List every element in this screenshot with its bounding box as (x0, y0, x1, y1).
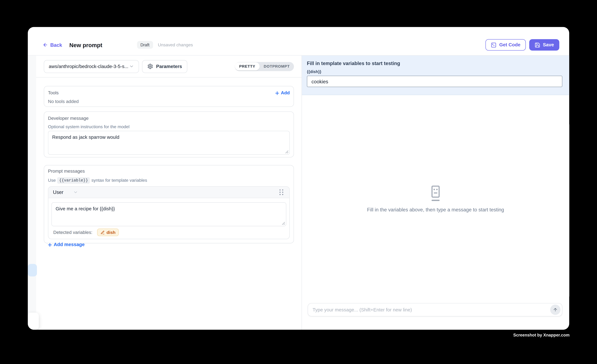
prompt-messages-title: Prompt messages (48, 169, 290, 174)
editor-toolbar: aws/anthropic/bedrock-claude-3-5-s... Pa… (36, 56, 302, 78)
variable-value-input[interactable] (307, 76, 562, 87)
chat-message-input[interactable] (313, 307, 550, 312)
developer-message-title: Developer message (48, 116, 290, 121)
message-block: User Give me a recipe for {{dish}} (48, 186, 290, 239)
toggle-option-dotprompt[interactable]: DOTPROMPT (259, 62, 294, 70)
back-label: Back (50, 42, 62, 48)
message-header: User (48, 187, 289, 198)
add-tool-label: Add (281, 91, 290, 95)
chevron-down-icon (129, 64, 134, 69)
developer-message-textarea[interactable]: Respond as jack sparrow would (48, 131, 290, 155)
send-button[interactable] (550, 305, 560, 315)
terminal-icon (491, 42, 497, 48)
save-icon (534, 42, 540, 48)
empty-state-text: Fill in the variables above, then type a… (367, 207, 504, 213)
role-select[interactable]: User (53, 189, 78, 195)
tools-title: Tools (48, 91, 59, 95)
prompt-messages-card: Prompt messages Use {{variable}} syntax … (44, 165, 294, 243)
model-select[interactable]: aws/anthropic/bedrock-claude-3-5-s... (44, 60, 139, 73)
variables-section-title: Fill in template variables to start test… (307, 61, 562, 66)
collapsed-sidebar (28, 56, 36, 330)
role-select-value: User (53, 189, 63, 195)
back-button[interactable]: Back (43, 42, 62, 48)
body: aws/anthropic/bedrock-claude-3-5-s... Pa… (28, 55, 569, 330)
add-message-button[interactable]: Add message (48, 242, 85, 247)
toggle-option-pretty[interactable]: PRETTY (235, 62, 259, 70)
save-label: Save (543, 42, 554, 47)
get-code-button[interactable]: Get Code (486, 39, 526, 51)
variables-section: Fill in template variables to start test… (302, 56, 569, 95)
subtitle-prefix: Use (48, 178, 56, 183)
message-textarea[interactable]: Give me a recipe for {{dish}} (51, 202, 286, 226)
variable-name-label: {{dish}} (307, 69, 562, 74)
variable-chip-label: dish (107, 230, 116, 235)
watermark-text: Screenshot by Xnapper.com (513, 333, 570, 337)
sidebar-active-item[interactable] (28, 264, 37, 276)
app-window: Back New prompt Draft Unsaved changes Ge… (28, 27, 569, 330)
page-title: New prompt (69, 42, 102, 48)
unsaved-changes-text: Unsaved changes (158, 43, 193, 47)
detected-variables-label: Detected variables: (53, 230, 92, 235)
editor-cards: Tools Add No tools added (36, 77, 302, 243)
developer-message-card: Developer message Optional system instru… (44, 111, 294, 158)
variable-syntax-chip: {{variable}} (57, 177, 90, 184)
pencil-icon (100, 230, 105, 235)
status-badge: Draft (137, 41, 153, 49)
robot-face-icon (431, 186, 440, 201)
chevron-down-icon (73, 190, 78, 195)
parameters-label: Parameters (156, 64, 182, 69)
save-button[interactable]: Save (529, 39, 559, 51)
developer-message-subtitle: Optional system instructions for the mod… (48, 124, 290, 129)
message-body: Give me a recipe for {{dish}} Detected v… (48, 198, 289, 239)
view-toggle: PRETTY DOTPROMPT (235, 62, 294, 71)
add-tool-button[interactable]: Add (275, 91, 290, 95)
add-message-label: Add message (54, 242, 85, 247)
plus-icon (48, 243, 52, 247)
detected-variables-row: Detected variables: dish (51, 226, 286, 239)
tools-empty-text: No tools added (48, 99, 290, 104)
gear-icon (147, 64, 153, 69)
header: Back New prompt Draft Unsaved changes Ge… (28, 27, 569, 55)
test-pane: Fill in template variables to start test… (302, 56, 569, 330)
arrow-left-icon (43, 42, 48, 47)
chat-input-bar (308, 303, 562, 316)
editor-pane: aws/anthropic/bedrock-claude-3-5-s... Pa… (36, 56, 302, 330)
drag-handle-icon[interactable] (278, 188, 285, 197)
tools-card: Tools Add No tools added (44, 86, 294, 107)
parameters-button[interactable]: Parameters (142, 60, 187, 73)
get-code-label: Get Code (499, 42, 520, 47)
model-select-value: aws/anthropic/bedrock-claude-3-5-s... (49, 64, 129, 69)
sidebar-corner-card (28, 313, 39, 330)
chat-empty-state: Fill in the variables above, then type a… (302, 95, 569, 303)
stage: Back New prompt Draft Unsaved changes Ge… (0, 0, 597, 364)
subtitle-suffix: syntax for template variables (91, 178, 147, 183)
variable-chip-dish[interactable]: dish (97, 228, 119, 236)
plus-icon (275, 91, 279, 95)
